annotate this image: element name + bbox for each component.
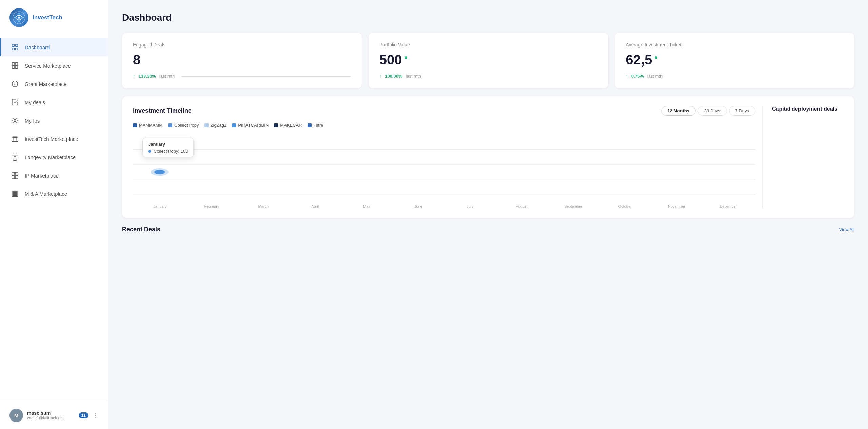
svg-point-8 xyxy=(14,17,16,18)
page-title: Dashboard xyxy=(122,12,854,23)
grant-marketplace-icon: £ xyxy=(11,79,19,88)
legend-dot-manmamm xyxy=(133,123,137,127)
sidebar-label-longevity-marketplace: Longevity Marketplace xyxy=(25,154,76,160)
svg-point-7 xyxy=(18,21,20,22)
svg-rect-35 xyxy=(17,191,18,197)
sidebar-item-my-ips[interactable]: My Ips xyxy=(0,111,108,130)
capital-title: Capital deployment deals xyxy=(772,106,844,112)
portfolio-value-label: Portfolio Value xyxy=(379,42,597,48)
avg-ticket-arrow: ↑ xyxy=(626,74,628,79)
x-label-mar: March xyxy=(238,204,289,208)
portfolio-value-dot xyxy=(405,56,407,59)
sidebar-item-my-deals[interactable]: My deals xyxy=(0,93,108,111)
more-options-button[interactable]: ⋮ xyxy=(93,412,99,419)
main-content: Dashboard Engaged Deals 8 ↑ 133.33% last… xyxy=(108,0,868,429)
svg-point-1 xyxy=(18,17,20,19)
svg-rect-13 xyxy=(16,48,18,50)
legend-collecttropy: CollectTropy xyxy=(168,123,199,128)
portfolio-value-pct: 100.00% xyxy=(385,74,402,79)
engaged-deals-arrow: ↑ xyxy=(133,74,135,79)
chart-section: Investment Timeline 12 Months 30 Days 7 … xyxy=(122,96,854,218)
svg-rect-31 xyxy=(12,176,15,179)
tooltip-label: CollectTropy: 100 xyxy=(154,149,188,154)
filter-12months[interactable]: 12 Months xyxy=(661,106,696,116)
logo-container: InvestTech xyxy=(0,0,108,35)
x-label-dec: December xyxy=(703,204,754,208)
filter-30days[interactable]: 30 Days xyxy=(698,106,727,116)
x-label-aug: August xyxy=(496,204,547,208)
legend-label-piratcaribin: PIRATCARIBIN xyxy=(238,123,269,128)
avg-ticket-card: Average Investment Ticket 62,5 ↑ 0.75% l… xyxy=(615,33,854,88)
legend-dot-collecttropy xyxy=(168,123,172,127)
sidebar-item-grant-marketplace[interactable]: £ Grant Marketplace xyxy=(0,75,108,93)
portfolio-value-last: last mth xyxy=(406,74,421,79)
sidebar-label-dashboard: Dashboard xyxy=(25,44,50,50)
engaged-deals-line xyxy=(181,76,351,77)
avg-ticket-pct: 0.75% xyxy=(631,74,644,79)
engaged-deals-value: 8 xyxy=(133,52,351,68)
svg-rect-33 xyxy=(12,191,14,197)
capital-panel: Capital deployment deals xyxy=(762,106,844,208)
sidebar-item-service-marketplace[interactable]: Service Marketplace xyxy=(0,56,108,75)
sidebar-item-investtech-marketplace[interactable]: InvestTech Marketplace xyxy=(0,130,108,148)
sidebar-label-grant-marketplace: Grant Marketplace xyxy=(25,81,66,87)
tooltip-dot xyxy=(148,150,151,153)
sidebar-label-my-ips: My Ips xyxy=(25,118,40,124)
svg-rect-17 xyxy=(15,66,18,68)
dashboard-icon xyxy=(11,43,19,52)
tooltip-row: CollectTropy: 100 xyxy=(148,149,188,154)
legend-label-collecttropy: CollectTropy xyxy=(174,123,199,128)
svg-line-18 xyxy=(13,64,16,67)
app-name: InvestTech xyxy=(33,14,62,21)
navigation: Dashboard Service Marketplace £ xyxy=(0,35,108,402)
legend-dot-piratcaribin xyxy=(232,123,236,127)
sidebar-label-my-deals: My deals xyxy=(25,99,45,105)
portfolio-value-card: Portfolio Value 500 ↑ 100.00% last mth xyxy=(369,33,608,88)
avg-ticket-footer: ↑ 0.75% last mth xyxy=(626,74,844,79)
sidebar-item-ip-marketplace[interactable]: IP Marketplace xyxy=(0,166,108,185)
svg-point-6 xyxy=(18,13,20,14)
sidebar-item-longevity-marketplace[interactable]: Longevity Marketplace xyxy=(0,148,108,166)
investment-chart xyxy=(133,134,755,202)
portfolio-value-footer: ↑ 100.00% last mth xyxy=(379,74,597,79)
svg-point-21 xyxy=(14,119,16,122)
svg-rect-32 xyxy=(15,176,18,179)
chart-title: Investment Timeline xyxy=(133,107,192,114)
x-label-may: May xyxy=(341,204,392,208)
chart-main: Investment Timeline 12 Months 30 Days 7 … xyxy=(133,106,755,208)
time-filters: 12 Months 30 Days 7 Days xyxy=(661,106,755,116)
sidebar-item-dashboard[interactable]: Dashboard xyxy=(0,38,108,56)
legend-label-makecar: MAKECAR xyxy=(280,123,302,128)
filter-7days[interactable]: 7 Days xyxy=(729,106,755,116)
legend-label-filtre: Filtre xyxy=(314,123,323,128)
svg-point-42 xyxy=(151,168,168,176)
sidebar: InvestTech Dashboard xyxy=(0,0,108,429)
svg-rect-30 xyxy=(15,172,18,175)
service-marketplace-icon xyxy=(11,61,19,70)
chart-wrapper: January CollectTropy: 100 xyxy=(133,134,755,202)
x-axis-labels: January February March April May June Ju… xyxy=(133,204,755,208)
x-label-jul: July xyxy=(444,204,496,208)
legend-dot-makecar xyxy=(274,123,278,127)
sidebar-label-ma-marketplace: M & A Marketplace xyxy=(25,191,67,197)
engaged-deals-card: Engaged Deals 8 ↑ 133.33% last mth xyxy=(122,33,362,88)
avg-ticket-dot xyxy=(655,56,657,59)
view-all-button[interactable]: View All xyxy=(839,227,854,232)
svg-rect-29 xyxy=(12,172,15,175)
avatar: M xyxy=(9,409,23,422)
investtech-marketplace-icon xyxy=(11,134,19,143)
sidebar-item-ma-marketplace[interactable]: M & A Marketplace xyxy=(0,185,108,203)
legend-piratcaribin: PIRATCARIBIN xyxy=(232,123,269,128)
chart-header: Investment Timeline 12 Months 30 Days 7 … xyxy=(133,106,755,116)
sidebar-label-investtech-marketplace: InvestTech Marketplace xyxy=(25,136,78,142)
svg-rect-23 xyxy=(13,136,17,138)
longevity-marketplace-icon xyxy=(11,153,19,162)
notification-badge[interactable]: 11 xyxy=(79,412,88,418)
user-info: maso sum wtest1@falltrack.net xyxy=(27,410,75,421)
portfolio-value-value: 500 xyxy=(379,52,402,68)
legend-zigzag1: ZigZag1 xyxy=(204,123,227,128)
legend-label-manmamm: MANMAMM xyxy=(139,123,163,128)
x-label-jun: June xyxy=(393,204,444,208)
svg-rect-15 xyxy=(15,63,18,65)
x-label-nov: November xyxy=(651,204,702,208)
